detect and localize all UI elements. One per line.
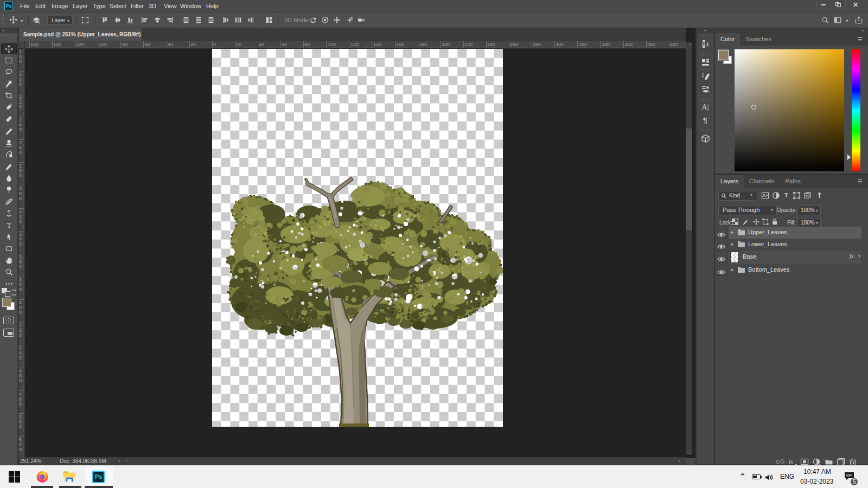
svg-text:T: T [7,221,11,229]
svg-text:fx: fx [789,458,793,465]
svg-text:T: T [784,192,788,198]
